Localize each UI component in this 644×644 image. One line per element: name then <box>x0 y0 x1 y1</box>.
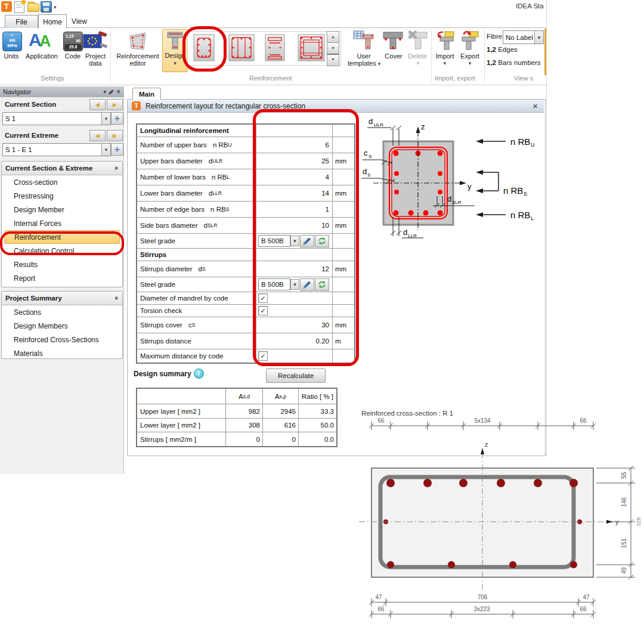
nav-item-materials[interactable]: Materials <box>2 346 122 360</box>
stirrups-steel-grade-combo[interactable]: B 500B <box>258 278 290 290</box>
table-row: Longitudinal reinforcement <box>137 125 354 137</box>
template-nested-stirrups-button[interactable] <box>297 33 326 63</box>
pencil-icon <box>304 281 311 288</box>
steel-grade-dropdown-icon[interactable]: ▾ <box>290 236 300 246</box>
import-dropdown-icon[interactable]: ▾ <box>441 60 448 66</box>
extreme-combo[interactable]: S 1 - E 1 ▾ <box>2 143 111 156</box>
svg-text:S: S <box>369 154 371 159</box>
axis-z-label: z <box>421 122 425 131</box>
nav-item-prestressing[interactable]: Prestressing <box>2 189 122 203</box>
table-row: Stirrups <box>137 249 354 261</box>
tab-view[interactable]: View <box>67 15 92 28</box>
steel-grade-combo[interactable]: B 500B <box>258 235 290 247</box>
section-combo[interactable]: S 1 ▾ <box>2 112 111 125</box>
export-icon <box>459 30 481 51</box>
pin-icon[interactable] <box>109 89 113 94</box>
import-button[interactable]: Import <box>432 52 457 60</box>
edges-toggle[interactable]: 1,2 Edges <box>487 46 518 53</box>
units-button[interactable]: Units <box>0 52 23 60</box>
nav-item-design-members[interactable]: Design Members <box>2 319 122 333</box>
value-cell[interactable]: 6 <box>256 137 333 153</box>
bars-numbers-toggle[interactable]: 1,2 Bars numbers <box>487 59 541 66</box>
open-file-icon[interactable] <box>27 4 39 12</box>
add-section-button[interactable]: + <box>111 112 123 125</box>
reinforcement-editor-icon <box>126 31 149 51</box>
value-cell[interactable]: 10 <box>256 218 333 233</box>
export-dropdown-icon[interactable]: ▾ <box>466 60 473 66</box>
nav-item-calculation-control[interactable]: Calculation Control <box>2 244 122 258</box>
fibre-combo[interactable]: No Label ▾ <box>503 30 544 44</box>
torsion-checkbox[interactable]: ✓ <box>258 306 268 315</box>
tab-home[interactable]: Home <box>38 14 67 29</box>
value-cell[interactable]: 1 <box>256 202 333 217</box>
gallery-expand-button[interactable]: ▼ <box>327 54 339 66</box>
template-double-stirrup-button[interactable] <box>228 33 255 63</box>
svg-text:47: 47 <box>583 594 590 600</box>
gallery-scroll-down-button[interactable]: ▾ <box>327 42 339 54</box>
prev-section-button[interactable]: ◄ <box>89 99 106 110</box>
value-cell[interactable]: 30 <box>256 317 333 333</box>
nav-item-sections[interactable]: Sections <box>2 305 122 319</box>
recalculate-button[interactable]: Recalculate <box>266 369 326 383</box>
new-file-icon[interactable] <box>14 1 24 13</box>
prev-extreme-button[interactable]: ◄ <box>89 130 106 141</box>
cover-button[interactable]: Cover <box>382 52 405 60</box>
value-cell[interactable]: 14 <box>256 185 333 201</box>
template-top-bottom-bars-button[interactable] <box>262 33 287 63</box>
reinforcement-editor-button[interactable]: Reinforcement editor <box>113 52 162 67</box>
value-cell[interactable]: 4 <box>256 169 333 185</box>
value-cell[interactable]: 25 <box>256 153 333 169</box>
nav-item-design-member[interactable]: Design Member <box>2 203 122 216</box>
nav-item-results[interactable]: Results <box>2 258 122 271</box>
qat-more-icon[interactable]: ▾ <box>54 4 57 10</box>
table-row: Lower bars diameterdLLR14mm <box>137 185 354 202</box>
fibre-dropdown-icon[interactable]: ▾ <box>534 31 543 44</box>
plus-icon: + <box>114 113 120 124</box>
design-dropdown-icon[interactable]: ▾ <box>163 60 187 66</box>
window-title: IDEA Sta <box>516 2 544 10</box>
edit-stirrups-steel-button[interactable] <box>300 278 314 291</box>
info-icon[interactable]: i <box>194 369 204 379</box>
svg-text:66: 66 <box>377 606 385 612</box>
add-extreme-button[interactable]: + <box>111 143 123 156</box>
nav-item-reinforced-cross-sections[interactable]: Reinforced Cross-Sections <box>2 333 122 346</box>
dialog-close-icon[interactable]: × <box>532 101 538 111</box>
code-button[interactable]: Code <box>62 52 83 60</box>
stirrups-steel-grade-dropdown-icon[interactable]: ▾ <box>290 279 300 290</box>
next-extreme-button[interactable]: ► <box>107 130 123 141</box>
navigator-close-icon[interactable]: × <box>116 88 120 96</box>
gallery-scroll-up-button[interactable]: ▴ <box>327 31 339 43</box>
refresh-steel-grade-button[interactable] <box>315 235 329 247</box>
nav-item-internal-forces[interactable]: Internal Forces <box>2 216 122 230</box>
main-tab[interactable]: Main <box>132 88 161 100</box>
nav-item-reinforcement[interactable]: Reinforcement <box>4 230 120 244</box>
svg-text:706: 706 <box>478 594 488 600</box>
edit-steel-grade-button[interactable] <box>300 235 314 247</box>
max-distance-checkbox[interactable]: ✓ <box>258 351 268 361</box>
application-button[interactable]: Application <box>23 52 61 60</box>
export-button[interactable]: Export <box>457 52 482 60</box>
project-data-button[interactable]: Project data <box>82 52 109 67</box>
drawing-title: Reinforced cross-section : R 1 <box>361 410 453 417</box>
nav-item-cross-section[interactable]: Cross-section <box>2 175 122 189</box>
refresh-stirrups-steel-button[interactable] <box>315 278 329 291</box>
collapse-icon[interactable]: « <box>113 296 120 300</box>
next-section-button[interactable]: ► <box>107 99 123 110</box>
tab-file[interactable]: File <box>5 15 38 29</box>
save-icon[interactable] <box>41 1 52 13</box>
design-button[interactable]: Design ▾ <box>162 29 188 72</box>
svg-text:55: 55 <box>621 472 627 479</box>
mandrel-checkbox[interactable]: ✓ <box>258 293 268 303</box>
collapse-icon[interactable]: « <box>113 166 120 170</box>
navigator-menu-icon[interactable]: ▾ <box>103 89 106 95</box>
value-cell[interactable]: 12 <box>256 261 333 277</box>
user-templates-button[interactable]: User templates ▾ <box>348 52 380 67</box>
section-dropdown-icon[interactable]: ▾ <box>101 113 110 125</box>
table-row: Diameter of mandrel by code✓ <box>137 292 354 305</box>
value-cell[interactable]: 0.20 <box>256 333 333 349</box>
extreme-dropdown-icon[interactable]: ▾ <box>101 144 110 156</box>
svg-text:66: 66 <box>580 606 587 612</box>
svg-text:49: 49 <box>621 567 627 574</box>
nav-item-report[interactable]: Report <box>2 271 122 285</box>
template-rect-bars-button[interactable] <box>191 33 218 63</box>
